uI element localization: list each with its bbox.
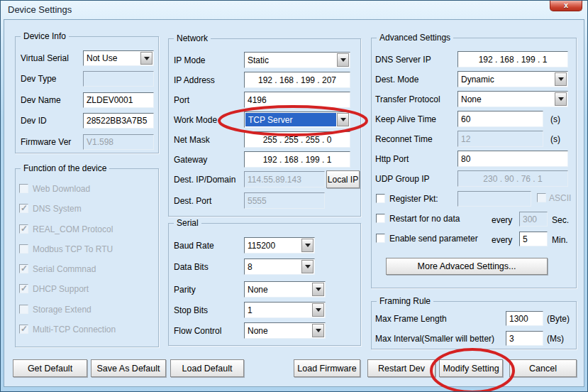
chevron-down-icon[interactable] bbox=[312, 303, 324, 317]
modify-setting-button[interactable]: Modify Setting bbox=[439, 359, 503, 377]
group-title: Advanced Settings bbox=[377, 33, 453, 43]
data-bits-select[interactable]: 8 bbox=[244, 258, 315, 275]
virtual-serial-value: Not Use bbox=[84, 51, 140, 65]
ascii-label: ASCII bbox=[549, 193, 571, 203]
local-ip-button[interactable]: Local IP bbox=[326, 170, 360, 188]
keep-alive-field[interactable]: 60 bbox=[457, 111, 543, 127]
dest-ip-label: Dest. IP/Domain bbox=[174, 175, 235, 185]
port-field[interactable]: 4196 bbox=[244, 92, 350, 108]
dest-ip-field: 114.55.89.143 bbox=[244, 171, 325, 187]
group-title: Device Info bbox=[21, 31, 69, 41]
chevron-down-icon[interactable] bbox=[337, 113, 349, 126]
send-unit-label: Min. bbox=[552, 235, 568, 245]
flow-control-value: None bbox=[245, 323, 311, 338]
checkbox-storage-extend bbox=[19, 305, 28, 314]
get-default-button[interactable]: Get Default bbox=[13, 359, 87, 377]
max-frame-length-label: Max Frame Length bbox=[375, 314, 447, 324]
dest-port-label: Dest. Port bbox=[174, 196, 211, 206]
restart-no-data-label: Restart for no data bbox=[389, 214, 460, 224]
checkbox-register-pkt[interactable] bbox=[376, 194, 385, 203]
save-as-default-button[interactable]: Save As Default bbox=[91, 359, 166, 377]
load-firmware-button[interactable]: Load Firmware bbox=[294, 359, 360, 377]
max-frame-length-unit: (Byte) bbox=[547, 314, 570, 324]
baud-rate-select[interactable]: 115200 bbox=[244, 237, 315, 254]
gateway-label: Gateway bbox=[174, 155, 207, 165]
restart-unit-label: Sec. bbox=[552, 215, 569, 225]
chevron-down-icon[interactable] bbox=[312, 283, 324, 296]
work-mode-label: Work Mode bbox=[174, 115, 217, 125]
net-mask-field[interactable]: 255 . 255 . 255 . 0 bbox=[244, 131, 350, 148]
transfer-protocol-label: Transfer Protocol bbox=[375, 94, 440, 104]
checkbox-send-parameter[interactable] bbox=[376, 234, 385, 243]
serial-command-label: Serial Commnad bbox=[33, 264, 96, 274]
title-bar[interactable]: Device Settings x bbox=[1, 1, 587, 19]
parity-label: Parity bbox=[174, 285, 196, 295]
more-advanced-settings-button[interactable]: More Advaced Settings... bbox=[386, 258, 548, 275]
chevron-down-icon[interactable] bbox=[301, 239, 314, 252]
group-title: Serial bbox=[174, 218, 201, 228]
parity-select[interactable]: None bbox=[244, 281, 326, 298]
transfer-protocol-select[interactable]: None bbox=[457, 91, 568, 107]
baud-rate-value: 115200 bbox=[245, 238, 301, 253]
multi-tcp-label: Multi-TCP Connection bbox=[33, 325, 116, 334]
chevron-down-icon[interactable] bbox=[555, 92, 567, 106]
checkbox-ascii bbox=[537, 193, 546, 202]
stop-bits-label: Stop Bits bbox=[174, 305, 208, 315]
virtual-serial-label: Virtual Serial bbox=[21, 53, 69, 63]
dev-id-field[interactable]: 28522BB3A7B5 bbox=[83, 113, 154, 129]
max-interval-label: Max Interval(Smaller will better) bbox=[375, 334, 494, 344]
chevron-down-icon[interactable] bbox=[140, 52, 152, 65]
transfer-protocol-value: None bbox=[458, 92, 554, 107]
dev-name-label: Dev Name bbox=[21, 95, 61, 105]
close-button[interactable]: x bbox=[550, 1, 582, 11]
dev-name-field[interactable]: ZLDEV0001 bbox=[83, 92, 154, 108]
restart-dev-button[interactable]: Restart Dev bbox=[367, 359, 436, 377]
ip-mode-value: Static bbox=[245, 53, 336, 67]
firmware-ver-label: Firmware Ver bbox=[21, 137, 71, 147]
chevron-down-icon[interactable] bbox=[337, 53, 349, 67]
dest-port-field: 5555 bbox=[244, 192, 325, 209]
load-default-button[interactable]: Load Default bbox=[170, 359, 244, 377]
checkbox-dhcp-support bbox=[19, 284, 28, 293]
ip-mode-select[interactable]: Static bbox=[244, 52, 350, 68]
chevron-down-icon[interactable] bbox=[555, 72, 567, 86]
window-title: Device Settings bbox=[8, 4, 72, 15]
register-pkt-field bbox=[457, 191, 531, 207]
max-frame-length-field[interactable]: 1300 bbox=[506, 311, 543, 326]
keep-alive-unit: (s) bbox=[550, 114, 560, 124]
ip-address-field[interactable]: 192 . 168 . 199 . 207 bbox=[244, 72, 350, 88]
max-interval-field[interactable]: 3 bbox=[506, 331, 543, 346]
dest-mode-value: Dynamic bbox=[458, 72, 554, 87]
checkbox-modbus-tcp bbox=[19, 244, 28, 254]
work-mode-select[interactable]: TCP Server bbox=[244, 111, 350, 128]
device-settings-window: Device Settings x Device Info Virtual Se… bbox=[0, 0, 588, 392]
http-port-field[interactable]: 80 bbox=[457, 151, 568, 167]
chevron-down-icon[interactable] bbox=[301, 260, 314, 273]
data-bits-label: Data Bits bbox=[174, 262, 209, 272]
send-minutes-field[interactable]: 5 bbox=[519, 232, 548, 246]
dhcp-support-label: DHCP Support bbox=[33, 284, 89, 294]
checkbox-dns-system bbox=[19, 204, 28, 213]
virtual-serial-select[interactable]: Not Use bbox=[83, 50, 154, 66]
ip-address-label: IP Address bbox=[174, 75, 215, 85]
checkbox-web-download bbox=[19, 184, 28, 193]
baud-rate-label: Baud Rate bbox=[174, 241, 214, 251]
chevron-down-icon[interactable] bbox=[312, 324, 324, 337]
group-title: Framing Rule bbox=[377, 296, 433, 306]
dns-server-ip-field[interactable]: 192 . 168 . 199 . 1 bbox=[457, 51, 568, 67]
gateway-field[interactable]: 192 . 168 . 199 . 1 bbox=[244, 151, 350, 168]
register-pkt-label: Register Pkt: bbox=[389, 194, 438, 204]
stop-bits-select[interactable]: 1 bbox=[244, 302, 326, 318]
dns-system-label: DNS System bbox=[33, 204, 82, 214]
dest-mode-select[interactable]: Dynamic bbox=[457, 71, 568, 87]
checkbox-restart-no-data[interactable] bbox=[376, 214, 385, 223]
flow-control-select[interactable]: None bbox=[244, 322, 326, 339]
stop-bits-value: 1 bbox=[245, 303, 311, 317]
dev-type-field bbox=[83, 71, 154, 87]
checkbox-multi-tcp bbox=[19, 325, 28, 334]
port-label: Port bbox=[174, 95, 189, 105]
cancel-button[interactable]: Cancel bbox=[509, 359, 577, 377]
reconnect-time-unit: (s) bbox=[550, 134, 560, 144]
web-download-label: Web Download bbox=[33, 184, 90, 194]
dest-mode-label: Dest. Mode bbox=[375, 75, 418, 85]
